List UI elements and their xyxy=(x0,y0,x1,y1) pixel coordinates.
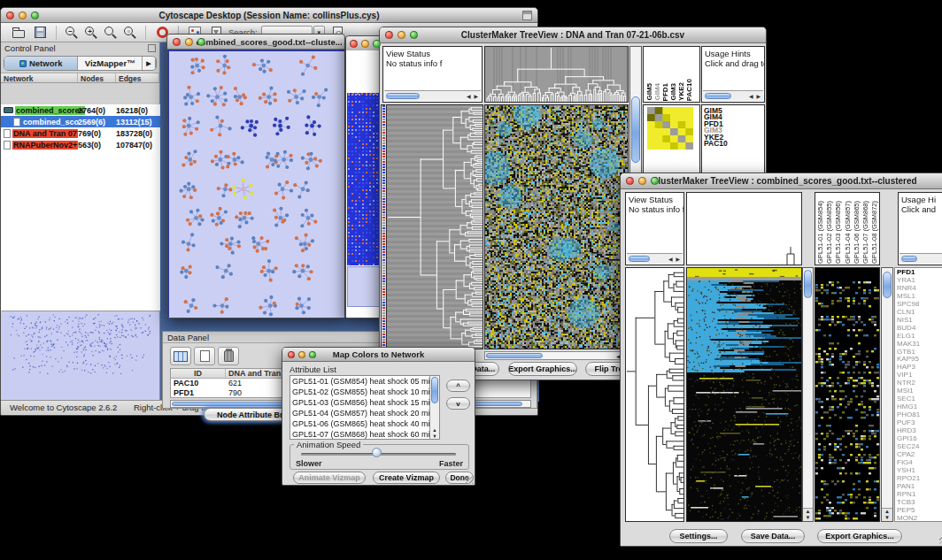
column-label[interactable]: PAC10 xyxy=(685,79,693,101)
vscroll-arrows-icon[interactable]: ▲▼ xyxy=(882,508,892,521)
attribute-list[interactable]: GPL51-01 (GSM854) heat shock 05 minGPL51… xyxy=(290,375,440,440)
usage-hints-scrollbar[interactable]: ◀ ▶ xyxy=(703,90,763,101)
export-graphics-button[interactable]: Export Graphics... xyxy=(817,529,902,543)
animate-vizmap-button[interactable]: Animate Vizmap xyxy=(293,472,366,484)
zoom-button[interactable] xyxy=(651,177,659,185)
resize-grip[interactable] xyxy=(466,476,474,484)
detail-heatmap-canvas[interactable] xyxy=(815,268,879,521)
zoom-heatmap-canvas[interactable] xyxy=(647,107,693,150)
zoom-button[interactable] xyxy=(31,12,39,19)
column-label[interactable]: GPL51-01 (GSM854) xyxy=(816,201,825,264)
column-label[interactable]: GPL51-04 (GSM857) xyxy=(844,201,853,264)
column-label[interactable]: GIM3 xyxy=(669,83,677,101)
speed-slider-thumb[interactable] xyxy=(372,448,382,457)
close-button[interactable] xyxy=(626,177,634,185)
close-button[interactable] xyxy=(288,351,295,358)
tab-network[interactable]: Network xyxy=(4,57,78,70)
global-heatmap-canvas[interactable] xyxy=(485,105,628,349)
zoom-region-icon[interactable]: ▫ xyxy=(123,26,137,40)
close-button[interactable] xyxy=(6,12,14,19)
settings-button[interactable]: Settings... xyxy=(669,529,728,543)
detail-vscrollbar[interactable]: ▲▼ xyxy=(881,267,893,522)
heatmap-hscrollbar[interactable]: ◀ ▶ xyxy=(484,351,629,360)
scroll-arrows-icon[interactable]: ◀ ▶ xyxy=(668,256,681,262)
network-canvas[interactable] xyxy=(169,51,344,318)
treeview1-titlebar[interactable]: ClusterMaker TreeView : DNA and Tran 07-… xyxy=(380,27,766,43)
network-row[interactable]: combined_sco2569(6)13112(15) xyxy=(1,116,160,127)
network-row[interactable]: combined_scores2764(0)16218(0) xyxy=(1,104,160,116)
column-dendrogram-canvas[interactable] xyxy=(687,193,801,265)
minimize-button[interactable] xyxy=(298,351,305,358)
scrollbar-thumb[interactable] xyxy=(901,256,917,262)
global-heatmap-panel[interactable] xyxy=(686,267,802,522)
zoom-button[interactable] xyxy=(309,351,316,358)
scroll-arrows-icon[interactable]: ◀ ▶ xyxy=(749,93,761,99)
gene-label[interactable]: MON2 xyxy=(897,515,942,522)
create-vizmap-button[interactable]: Create Vizmap xyxy=(373,472,440,484)
close-button[interactable] xyxy=(173,38,181,46)
attribute-list-scrollbar[interactable]: ▲▼ xyxy=(429,376,439,439)
row-label[interactable]: PAC10 xyxy=(704,141,764,147)
minimize-button[interactable] xyxy=(185,38,193,46)
row-dendrogram-canvas[interactable] xyxy=(626,268,683,521)
global-heatmap-panel[interactable] xyxy=(484,104,629,349)
move-down-button[interactable]: v xyxy=(446,397,470,410)
detail-heatmap-panel[interactable] xyxy=(815,267,880,522)
attribute-list-item[interactable]: GPL51-02 (GSM855) heat shock 10 min xyxy=(290,387,439,397)
column-labels-panel[interactable]: GIM5GIM4PFD1GIM3YKE2PAC10 xyxy=(643,46,700,103)
tab-vizmapper[interactable]: VizMapper™ xyxy=(78,57,143,70)
hscrollbar-thumb[interactable] xyxy=(486,353,543,358)
close-button[interactable] xyxy=(385,31,393,39)
global-heatmap-vscrollbar[interactable]: ▲▼ xyxy=(802,267,814,522)
column-label[interactable]: GPL51-08 (GSM872) xyxy=(870,201,879,264)
attribute-list-item[interactable]: GPL51-01 (GSM854) heat shock 05 min xyxy=(290,376,439,387)
network-window-titlebar[interactable]: combined_scores_good.txt--cluste... xyxy=(167,35,344,50)
view-status-scrollbar[interactable]: ◀ ▶ xyxy=(627,253,683,264)
zoom-button[interactable] xyxy=(410,31,418,39)
save-icon[interactable] xyxy=(32,25,48,41)
scrollbar-thumb[interactable] xyxy=(431,377,438,403)
column-label[interactable]: GPL51-07 (GSM868) xyxy=(861,201,870,264)
table-icon[interactable] xyxy=(170,347,191,365)
view-status-scrollbar[interactable]: ◀ ▶ xyxy=(384,90,481,101)
column-label[interactable]: GIM5 xyxy=(645,83,653,101)
vscrollbar-thumb[interactable] xyxy=(883,272,892,298)
zoom-in-icon[interactable]: + xyxy=(84,26,98,40)
column-label[interactable]: GPL51-06 (GSM865) xyxy=(853,201,861,264)
column-dendrogram-canvas[interactable] xyxy=(485,47,628,102)
float-panel-icon[interactable] xyxy=(148,44,156,52)
scroll-arrows-icon[interactable]: ▲▼ xyxy=(430,427,439,439)
vscroll-arrows-icon[interactable]: ▲▼ xyxy=(803,508,813,521)
network-row[interactable]: DNA and Tran 07769(0)183728(0) xyxy=(1,127,160,139)
zoom-button[interactable] xyxy=(373,40,381,48)
column-label[interactable]: GPL51-02 (GSM855) xyxy=(825,201,834,264)
attribute-list-item[interactable]: GPL51-04 (GSM857) heat shock 20 min xyxy=(290,408,439,418)
document-icon[interactable] xyxy=(194,347,215,365)
zoom-out-icon[interactable]: − xyxy=(65,26,79,40)
minimize-button[interactable] xyxy=(398,31,405,39)
column-label[interactable]: PFD1 xyxy=(661,83,669,101)
scrollbar-thumb[interactable] xyxy=(386,93,420,99)
dialog-titlebar[interactable]: Map Colors to Network xyxy=(282,348,475,362)
column-label[interactable]: GPL51-03 (GSM856) xyxy=(834,201,843,264)
move-up-button[interactable]: ^ xyxy=(446,380,470,392)
network-row[interactable]: RNAPuberNov2+563(0)107847(0) xyxy=(1,139,160,150)
minimize-button[interactable] xyxy=(638,177,646,185)
gene-labels-panel[interactable]: PFD1YRA1RNR4MSL1SPC98CLN1NIS1BUD4ELG1MAK… xyxy=(894,267,942,522)
row-dendrogram-canvas[interactable] xyxy=(387,105,483,349)
scroll-arrows-icon[interactable]: ◀ ▶ xyxy=(467,93,479,99)
column-label[interactable]: GIM4 xyxy=(653,83,661,101)
vscrollbar-thumb[interactable] xyxy=(804,270,812,298)
network-table-header[interactable]: Network Nodes Edges xyxy=(1,73,159,83)
row-dendrogram-panel[interactable] xyxy=(625,267,684,522)
open-folder-icon[interactable] xyxy=(11,25,27,41)
column-label[interactable]: YKE2 xyxy=(677,82,685,101)
magnifier-icon[interactable] xyxy=(104,26,118,40)
export-graphics-button[interactable]: Export Graphics... xyxy=(508,362,577,376)
scrollbar-thumb[interactable] xyxy=(629,256,650,262)
zoom-button[interactable] xyxy=(197,38,205,46)
scrollbar-thumb[interactable] xyxy=(705,93,731,99)
network-overview-panel[interactable] xyxy=(2,311,159,400)
treeview2-titlebar[interactable]: ClusterMaker TreeView : combined_scores_… xyxy=(621,173,942,189)
attribute-list-item[interactable]: GPL51-06 (GSM865) heat shock 40 min xyxy=(290,418,439,429)
